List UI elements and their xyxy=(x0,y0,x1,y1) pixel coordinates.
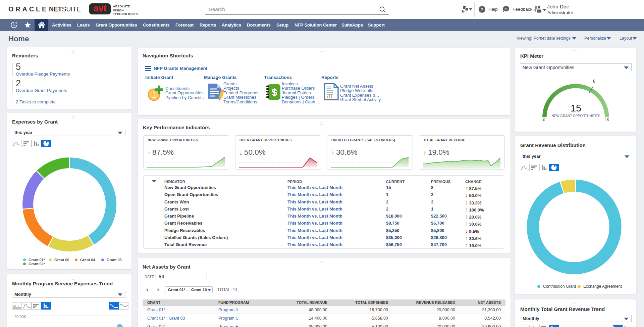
svg-text:1: 1 xyxy=(152,90,156,100)
svg-text:?: ? xyxy=(481,7,484,12)
svg-text:$: $ xyxy=(272,87,277,98)
